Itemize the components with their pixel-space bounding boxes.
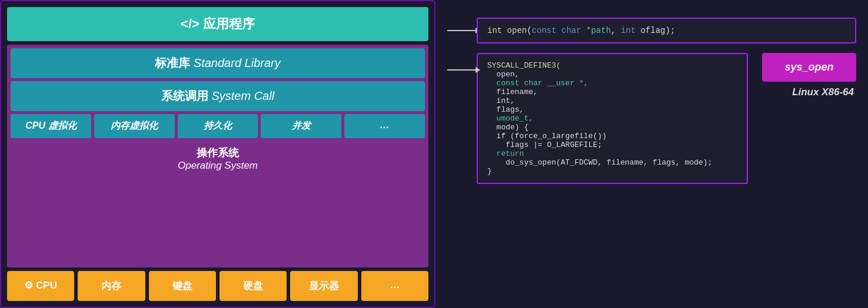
bottom-code-row: SYSCALL_DEFINE3( open, const char __user… <box>477 53 856 184</box>
hw-cpu: ⚙ CPU <box>7 271 74 301</box>
stdlib-en: Standard Library <box>194 56 281 69</box>
hw-display: 显示器 <box>290 271 357 301</box>
code-side-panel: sys_open Linux X86-64 <box>762 53 856 184</box>
code-top-comma: , <box>611 26 621 35</box>
code-line-12: do_sys_open(AT_FDCWD, filename, flags, m… <box>487 158 737 167</box>
code-top-int2: int <box>621 26 641 35</box>
code-line-1: SYSCALL_DEFINE3( <box>487 61 737 70</box>
syscall-zh: 系统调用 <box>161 89 208 102</box>
code-top-oflag: oflag); <box>640 26 675 35</box>
mem-virt-box: 内存虚拟化 <box>94 114 175 138</box>
sys-open-label: sys_open <box>784 61 833 73</box>
code-line-7: umode_t, <box>487 114 737 123</box>
hw-disk: 硬盘 <box>220 271 287 301</box>
arrow-head-bottom <box>475 67 480 73</box>
app-layer-label: </> <box>181 16 203 31</box>
code-line-5: int, <box>487 96 737 105</box>
syscall-layer: 系统调用 System Call <box>11 81 425 111</box>
left-panel: </> 应用程序 标准库 Standard Library 系统调用 Syste… <box>0 0 435 308</box>
code-top-const: const char <box>532 26 586 35</box>
cpu-virt-box: CPU 虚拟化 <box>11 114 91 138</box>
code-line-3: const char __user *, <box>487 79 737 88</box>
code-top-fn: open <box>507 26 527 35</box>
os-label: 操作系统 Operating System <box>11 141 425 174</box>
code-top-keyword-int: int <box>487 26 507 35</box>
os-label-zh: 操作系统 <box>13 146 423 160</box>
hw-memory: 内存 <box>78 271 145 301</box>
code-line-13: } <box>487 167 737 176</box>
code-line-9: if (force_o_largefile()) <box>487 132 737 140</box>
sys-open-badge: sys_open <box>762 53 856 82</box>
more-virt-box: … <box>344 114 425 138</box>
stdlib-layer: 标准库 Standard Library <box>11 48 425 78</box>
hw-more: … <box>361 271 428 301</box>
code-line-11: return <box>487 149 737 158</box>
app-layer: </> 应用程序 <box>7 7 428 41</box>
app-layer-name: 应用程序 <box>203 16 255 31</box>
code-line-2: open, <box>487 70 737 79</box>
hw-keyboard: 键盘 <box>149 271 216 301</box>
code-box-main: SYSCALL_DEFINE3( open, const char __user… <box>477 53 748 184</box>
right-panel: int open(const char *path, int oflag); S… <box>435 0 868 308</box>
syscall-en: System Call <box>211 89 274 102</box>
stdlib-zh: 标准库 <box>155 56 190 69</box>
virtual-row: CPU 虚拟化 内存虚拟化 持久化 并发 … <box>11 114 425 138</box>
os-container: 标准库 Standard Library 系统调用 System Call CP… <box>7 45 428 267</box>
concurrency-box: 并发 <box>261 114 341 138</box>
hardware-row: ⚙ CPU 内存 键盘 硬盘 显示器 … <box>7 271 428 301</box>
code-line-4: filename, <box>487 88 737 96</box>
code-line-8: mode) { <box>487 123 737 132</box>
os-label-en: Operating System <box>13 160 423 172</box>
code-top-params: ( <box>527 26 531 35</box>
persist-box: 持久化 <box>178 114 258 138</box>
bottom-code-section: SYSCALL_DEFINE3( open, const char __user… <box>447 53 856 302</box>
linux-label: Linux X86-64 <box>762 86 856 98</box>
code-line-10: flags |= O_LARGEFILE; <box>487 140 737 149</box>
code-box-top: int open(const char *path, int oflag); <box>477 18 856 43</box>
linux-label-text: Linux X86-64 <box>792 86 854 98</box>
arrow-line-top <box>447 30 477 31</box>
code-line-6: flags, <box>487 105 737 114</box>
code-top-star: *path <box>586 26 611 35</box>
top-code-section: int open(const char *path, int oflag); <box>447 18 856 43</box>
arrow-line-bottom <box>447 69 477 71</box>
